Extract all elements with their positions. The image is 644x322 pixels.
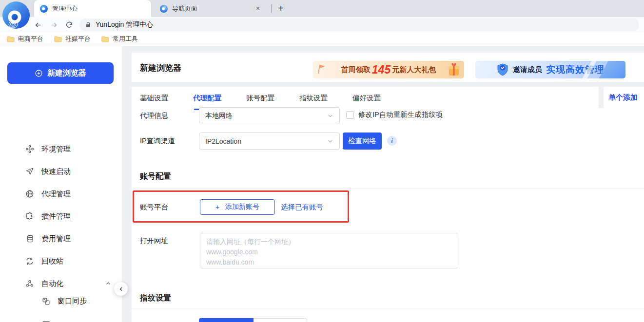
regen-fingerprint-checkbox-row[interactable]: 修改IP自动重新生成指纹项: [346, 110, 443, 119]
proxy-info-value: 本地网络: [205, 112, 233, 120]
sidebar-collapse-button[interactable]: [114, 282, 128, 296]
page-title: 新建浏览器: [140, 62, 181, 74]
folder-icon: [7, 36, 15, 42]
new-browser-button-label: 新建浏览器: [47, 68, 86, 78]
bookmark-label: 电商平台: [18, 35, 43, 43]
promo-text: 邀请成员: [513, 65, 542, 75]
add-new-account-label: 添加新账号: [225, 203, 259, 211]
sidebar-item-label: API: [58, 320, 69, 322]
back-icon[interactable]: [32, 19, 44, 31]
sidebar-item-quick-launch[interactable]: 快速启动: [0, 160, 122, 183]
globe-icon: [25, 189, 34, 198]
automation-icon: [25, 279, 34, 288]
circle-plus-icon: [35, 69, 43, 77]
open-url-label: 打开网址: [140, 236, 168, 246]
bookmark-label: 社媒平台: [65, 35, 91, 43]
panel-gap: [599, 87, 604, 108]
chevron-down-icon: [327, 138, 333, 144]
bookmark-label: 常用工具: [113, 35, 138, 43]
tab-proxy-config[interactable]: 代理配置: [193, 94, 221, 103]
checkbox-label: 修改IP自动重新生成指纹项: [358, 110, 443, 119]
chevron-up-icon[interactable]: [105, 281, 111, 286]
add-new-account-button[interactable]: + 添加新账号: [200, 199, 275, 215]
browser-toolbar: YunLogin 管理中心: [0, 17, 644, 32]
reload-icon[interactable]: [63, 19, 75, 31]
segment-active[interactable]: [199, 318, 254, 322]
sidebar-item-label: 自动化: [41, 279, 63, 288]
promo-text: 首周领取: [341, 65, 371, 75]
tab-account-config[interactable]: 账号配置: [246, 94, 274, 103]
sidebar-item-environment[interactable]: 环境管理: [0, 138, 122, 160]
tab-basic-settings[interactable]: 基础设置: [140, 94, 168, 103]
browser-tab-admin-center[interactable]: 管理中心: [34, 0, 151, 17]
sidebar-item-proxy[interactable]: 代理管理: [0, 183, 122, 205]
sidebar-item-window-sync[interactable]: 窗口同步: [0, 290, 122, 312]
account-platform-label: 账号平台: [140, 203, 168, 212]
sidebar-item-api[interactable]: API: [0, 313, 122, 322]
bookmarks-bar: 电商平台 社媒平台 常用工具: [0, 32, 644, 46]
folder-icon: [101, 36, 109, 42]
bookmark-folder-social[interactable]: 社媒平台: [54, 35, 91, 43]
check-network-button[interactable]: 检查网络: [343, 133, 382, 150]
browser-tab-title: 管理中心: [52, 4, 145, 13]
new-user-promo-banner[interactable]: 首周领取145元新人大礼包: [313, 61, 464, 78]
invite-member-promo-banner[interactable]: 邀请成员 实现高效管理: [475, 61, 625, 78]
send-icon: [25, 167, 34, 176]
section-divider: [132, 189, 644, 189]
yunlogin-favicon-icon: [40, 5, 48, 13]
sidebar: 新建浏览器 环境管理 快速启动 代理管理 插件管理 费用管理 回收站 自动化: [0, 46, 122, 322]
puzzle-icon: [25, 212, 34, 221]
chevron-left-icon: [118, 286, 124, 292]
segment-inactive[interactable]: [254, 318, 307, 322]
browser-tab-nav-page[interactable]: 导航页面 ×: [154, 0, 268, 17]
ip-channel-value: IP2Location: [205, 137, 241, 145]
fingerprint-segmented-control[interactable]: [199, 318, 307, 322]
checkbox-unchecked[interactable]: [346, 111, 354, 119]
tab-preference-settings[interactable]: 偏好设置: [352, 94, 381, 103]
sidebar-item-billing[interactable]: 费用管理: [0, 227, 122, 250]
tab-divider: [271, 4, 272, 13]
proxy-info-select[interactable]: 本地网络: [199, 107, 340, 124]
bookmark-folder-ecommerce[interactable]: 电商平台: [7, 35, 43, 43]
content-header: 新建浏览器 首周领取145元新人大礼包 邀请成员 实现高效管理: [132, 53, 644, 82]
address-bar-url: YunLogin 管理中心: [96, 20, 153, 29]
app-window: 管理中心 导航页面 × +: [0, 0, 644, 322]
ip-channel-label: IP查询渠道: [140, 136, 175, 146]
new-browser-button[interactable]: 新建浏览器: [7, 62, 114, 84]
coins-icon: [25, 234, 34, 243]
folder-icon: [54, 36, 62, 42]
address-bar[interactable]: YunLogin 管理中心: [79, 19, 639, 31]
info-icon[interactable]: i: [387, 136, 397, 146]
api-icon: [42, 320, 50, 322]
browser-tab-strip: 管理中心 导航页面 × +: [0, 0, 644, 17]
select-existing-account-link[interactable]: 选择已有账号: [281, 203, 323, 212]
ip-channel-select[interactable]: IP2Location: [199, 133, 340, 150]
section-divider: [132, 308, 644, 308]
forward-icon[interactable]: [48, 19, 59, 31]
new-tab-button[interactable]: +: [274, 2, 288, 16]
open-url-textarea[interactable]: [200, 233, 458, 268]
shield-check-icon: [496, 63, 509, 76]
nodes-icon: [25, 145, 34, 153]
single-add-button[interactable]: 单个添加: [608, 93, 638, 102]
flag-icon: [318, 64, 327, 76]
account-section-heading: 账号配置: [140, 171, 171, 182]
chevron-down-icon: [327, 113, 333, 119]
sidebar-item-label: 快速启动: [41, 167, 71, 176]
gift-icon: [446, 62, 462, 78]
sidebar-item-label: 环境管理: [41, 145, 71, 154]
close-tab-icon[interactable]: ×: [254, 4, 262, 13]
tab-fingerprint-settings[interactable]: 指纹设置: [299, 94, 328, 103]
sidebar-item-recycle-bin[interactable]: 回收站: [0, 250, 122, 272]
sidebar-item-plugins[interactable]: 插件管理: [0, 205, 122, 227]
promo-amount: 145: [372, 63, 390, 76]
bookmark-folder-tools[interactable]: 常用工具: [101, 35, 138, 43]
yunlogin-logo-icon: [1, 1, 31, 30]
proxy-info-label: 代理信息: [140, 111, 168, 120]
plus-icon: +: [215, 203, 219, 211]
browser-tab-title: 导航页面: [172, 4, 249, 13]
sidebar-item-label: 插件管理: [41, 212, 71, 221]
fingerprint-section-heading: 指纹设置: [140, 293, 171, 303]
promo-highlight-text: 实现高效管理: [546, 63, 605, 76]
sidebar-item-label: 回收站: [41, 257, 63, 266]
